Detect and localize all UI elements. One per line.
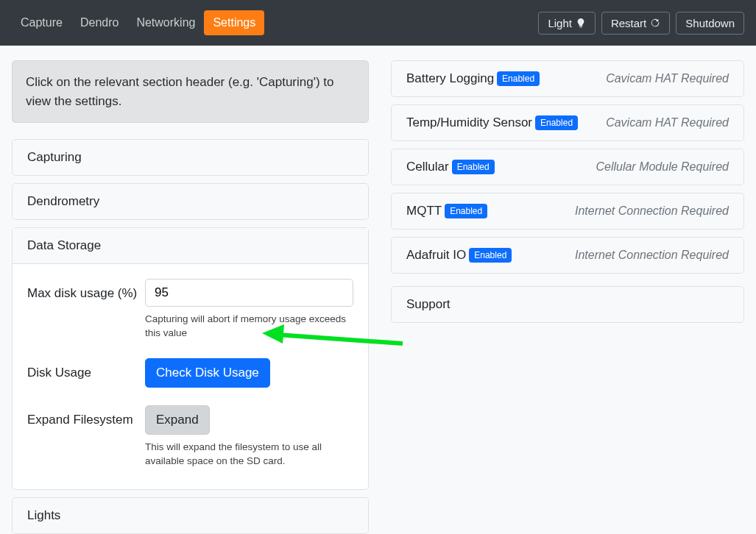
section-header-mqtt[interactable]: MQTT Enabled Internet Connection Require… [392, 193, 743, 229]
section-adafruit-io: Adafruit IO Enabled Internet Connection … [391, 237, 744, 274]
note-temp-humidity: Cavicam HAT Required [606, 116, 729, 129]
section-mqtt: MQTT Enabled Internet Connection Require… [391, 193, 744, 229]
restart-label: Restart [611, 17, 646, 29]
title-battery-logging: Battery Logging [406, 71, 494, 86]
help-max-disk: Capturing will abort if memory usage exc… [145, 313, 353, 341]
light-button[interactable]: Light [538, 12, 596, 35]
input-max-disk[interactable] [145, 279, 353, 307]
section-header-lights[interactable]: Lights [13, 498, 368, 533]
badge-temp-humidity: Enabled [535, 115, 578, 130]
page-body: Click on the relevant section header (e.… [0, 46, 756, 534]
field-expand-fs: Expand This will expand the filesystem t… [145, 405, 353, 469]
note-adafruit-io: Internet Connection Required [575, 249, 729, 262]
data-storage-body: Max disk usage (%) Capturing will abort … [13, 264, 368, 489]
title-cellular: Cellular [406, 160, 449, 174]
section-header-temp-humidity[interactable]: Temp/Humidity Sensor Enabled Cavicam HAT… [392, 105, 743, 140]
badge-battery-logging: Enabled [497, 71, 540, 86]
section-dendrometry: Dendrometry [12, 183, 369, 220]
nav-tab-networking[interactable]: Networking [127, 10, 204, 35]
field-max-disk: Capturing will abort if memory usage exc… [145, 279, 353, 341]
check-disk-usage-button[interactable]: Check Disk Usage [145, 358, 270, 388]
nav-actions: Light Restart Shutdown [538, 12, 744, 35]
section-header-support[interactable]: Support [392, 287, 743, 322]
nav-tab-settings[interactable]: Settings [204, 10, 264, 35]
section-header-adafruit-io[interactable]: Adafruit IO Enabled Internet Connection … [392, 238, 743, 273]
label-expand-fs: Expand Filesystem [27, 405, 145, 469]
section-header-dendrometry[interactable]: Dendrometry [13, 184, 368, 219]
nav-tabs: Capture Dendro Networking Settings [12, 10, 264, 35]
section-header-cellular[interactable]: Cellular Enabled Cellular Module Require… [392, 149, 743, 185]
section-support: Support [391, 286, 744, 323]
section-header-capturing[interactable]: Capturing [13, 140, 368, 175]
restart-button[interactable]: Restart [601, 12, 670, 35]
light-label: Light [548, 17, 572, 29]
section-lights: Lights [12, 497, 369, 534]
note-battery-logging: Cavicam HAT Required [606, 72, 729, 85]
right-column: Battery Logging Enabled Cavicam HAT Requ… [391, 60, 744, 534]
note-cellular: Cellular Module Required [596, 160, 729, 174]
help-expand: This will expand the filesystem to use a… [145, 441, 353, 469]
label-max-disk: Max disk usage (%) [27, 279, 145, 341]
title-mqtt: MQTT [406, 204, 442, 218]
section-battery-logging: Battery Logging Enabled Cavicam HAT Requ… [391, 60, 744, 97]
lightbulb-icon [576, 18, 586, 28]
section-header-data-storage[interactable]: Data Storage [13, 228, 368, 264]
shutdown-label: Shutdown [685, 17, 735, 29]
info-alert: Click on the relevant section header (e.… [12, 60, 369, 123]
note-mqtt: Internet Connection Required [575, 204, 729, 218]
shutdown-button[interactable]: Shutdown [676, 12, 744, 35]
section-temp-humidity: Temp/Humidity Sensor Enabled Cavicam HAT… [391, 104, 744, 141]
section-header-battery-logging[interactable]: Battery Logging Enabled Cavicam HAT Requ… [392, 61, 743, 96]
badge-adafruit-io: Enabled [469, 248, 512, 263]
badge-mqtt: Enabled [445, 204, 487, 218]
row-max-disk: Max disk usage (%) Capturing will abort … [27, 279, 353, 341]
field-disk-usage: Check Disk Usage [145, 358, 353, 388]
label-disk-usage: Disk Usage [27, 358, 145, 388]
title-temp-humidity: Temp/Humidity Sensor [406, 115, 532, 130]
restart-icon [650, 18, 660, 28]
title-adafruit-io: Adafruit IO [406, 248, 466, 263]
section-data-storage: Data Storage Max disk usage (%) Capturin… [12, 227, 369, 490]
nav-tab-capture[interactable]: Capture [12, 10, 71, 35]
badge-cellular: Enabled [452, 160, 495, 174]
nav-tab-dendro[interactable]: Dendro [71, 10, 127, 35]
expand-button[interactable]: Expand [145, 405, 210, 435]
section-capturing: Capturing [12, 139, 369, 176]
row-expand-fs: Expand Filesystem Expand This will expan… [27, 405, 353, 469]
left-column: Click on the relevant section header (e.… [12, 60, 369, 534]
row-disk-usage: Disk Usage Check Disk Usage [27, 358, 353, 388]
section-cellular: Cellular Enabled Cellular Module Require… [391, 149, 744, 185]
navbar: Capture Dendro Networking Settings Light… [0, 0, 756, 46]
